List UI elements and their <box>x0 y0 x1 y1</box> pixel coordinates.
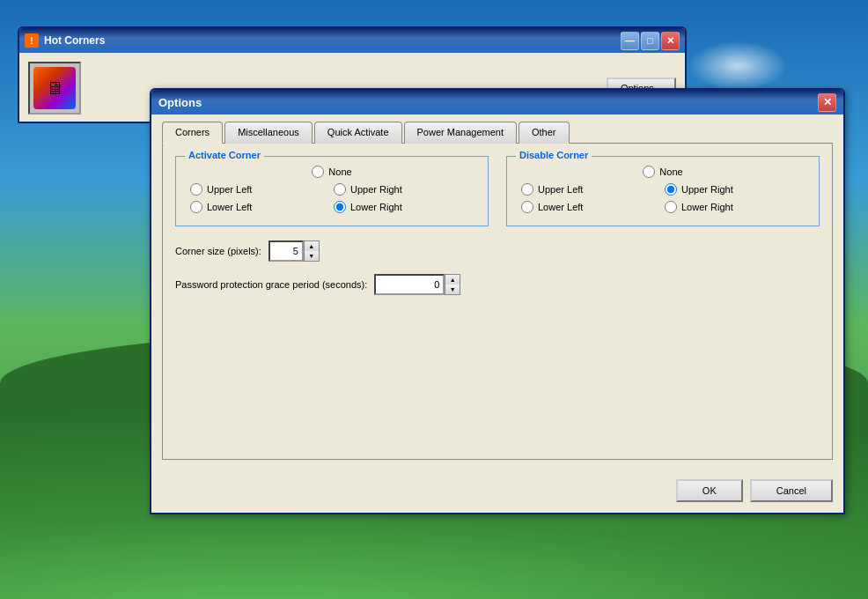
tab-miscellaneous[interactable]: Miscellaneous <box>224 122 313 144</box>
activate-corner-legend: Activate Corner <box>185 150 264 160</box>
disable-none-label[interactable]: None <box>643 166 682 178</box>
disable-lower-left-label[interactable]: Lower Left <box>521 201 661 213</box>
activate-none-row: None <box>190 166 474 178</box>
disable-upper-left-radio[interactable] <box>521 183 533 196</box>
dialog-buttons: OK Cancel <box>151 470 843 513</box>
maximize-button[interactable]: □ <box>641 32 659 50</box>
password-grace-row: Password protection grace period (second… <box>175 274 820 295</box>
disable-upper-left-text: Upper Left <box>538 184 583 195</box>
corner-size-up-button[interactable]: ▲ <box>305 241 319 251</box>
password-grace-label: Password protection grace period (second… <box>175 279 367 290</box>
disable-upper-right-text: Upper Right <box>681 184 733 195</box>
hot-corners-window-controls: — □ ✕ <box>621 32 680 50</box>
tab-corners[interactable]: Corners <box>162 122 223 144</box>
activate-corners-grid: Upper Left Upper Right Lower Left <box>190 183 474 213</box>
password-grace-spinner-buttons: ▲ ▼ <box>445 274 460 295</box>
disable-upper-right-radio[interactable] <box>665 183 677 196</box>
options-dialog-title: Options <box>158 96 818 109</box>
disable-lower-right-text: Lower Right <box>681 202 733 212</box>
hot-corners-title: Hot Corners <box>44 34 615 47</box>
corners-row: Activate Corner None Upper Left <box>175 156 820 226</box>
tab-power-management[interactable]: Power Management <box>404 122 517 144</box>
hot-corners-app-icon: ! <box>25 33 39 48</box>
ok-button[interactable]: OK <box>676 479 743 502</box>
activate-upper-right-radio[interactable] <box>334 183 346 196</box>
close-button[interactable]: ✕ <box>661 32 680 50</box>
minimize-button[interactable]: — <box>621 32 639 50</box>
activate-none-label[interactable]: None <box>312 166 351 178</box>
activate-lower-right-text: Lower Right <box>350 202 402 212</box>
activate-lower-right-label[interactable]: Lower Right <box>334 201 474 213</box>
disable-lower-right-radio[interactable] <box>665 201 677 213</box>
disable-lower-left-radio[interactable] <box>521 201 533 213</box>
password-grace-spinner: ▲ ▼ <box>374 274 460 295</box>
tab-quick-activate[interactable]: Quick Activate <box>314 122 402 144</box>
disable-lower-left-text: Lower Left <box>538 202 583 212</box>
disable-none-radio[interactable] <box>643 166 655 178</box>
activate-upper-left-radio[interactable] <box>190 183 202 196</box>
disable-upper-right-label[interactable]: Upper Right <box>665 183 805 196</box>
password-grace-down-button[interactable]: ▼ <box>445 285 460 294</box>
tab-bar: Corners Miscellaneous Quick Activate Pow… <box>162 122 833 144</box>
disable-lower-right-label[interactable]: Lower Right <box>665 201 805 213</box>
disable-corners-grid: Upper Left Upper Right Lower Left <box>521 183 805 213</box>
options-close-button[interactable]: ✕ <box>818 93 836 112</box>
activate-upper-right-label[interactable]: Upper Right <box>334 183 474 196</box>
disable-corner-group: Disable Corner None Upper Left <box>506 156 820 226</box>
options-titlebar: Options ✕ <box>151 90 843 115</box>
desktop: ! Hot Corners — □ ✕ 🖥 Options... Options… <box>0 0 868 599</box>
activate-lower-left-label[interactable]: Lower Left <box>190 201 330 213</box>
activate-lower-left-radio[interactable] <box>190 201 202 213</box>
tab-content-corners: Activate Corner None Upper Left <box>162 143 833 460</box>
options-body: Corners Miscellaneous Quick Activate Pow… <box>151 115 843 470</box>
activate-lower-left-text: Lower Left <box>207 202 252 212</box>
activate-none-radio[interactable] <box>312 166 324 178</box>
app-icon-box: 🖥 <box>28 62 81 115</box>
corner-size-spinner: ▲ ▼ <box>268 240 320 262</box>
options-dialog: Options ✕ Corners Miscellaneous Quick Ac… <box>150 88 845 514</box>
activate-upper-right-text: Upper Right <box>350 184 402 195</box>
disable-corner-legend: Disable Corner <box>516 150 592 160</box>
disable-none-text: None <box>659 166 682 177</box>
disable-none-row: None <box>521 166 805 178</box>
password-grace-input[interactable] <box>374 274 445 295</box>
corner-size-label: Corner size (pixels): <box>175 246 261 256</box>
corner-size-down-button[interactable]: ▼ <box>305 251 319 261</box>
app-icon: 🖥 <box>33 67 76 109</box>
cancel-button[interactable]: Cancel <box>750 479 833 502</box>
activate-none-text: None <box>328 166 351 177</box>
corner-size-row: Corner size (pixels): ▲ ▼ <box>175 240 820 262</box>
password-grace-up-button[interactable]: ▲ <box>445 275 460 285</box>
hot-corners-titlebar: ! Hot Corners — □ ✕ <box>19 28 685 53</box>
activate-lower-right-radio[interactable] <box>334 201 346 213</box>
corner-size-spinner-buttons: ▲ ▼ <box>304 240 320 262</box>
tab-other[interactable]: Other <box>519 122 570 144</box>
disable-upper-left-label[interactable]: Upper Left <box>521 183 661 196</box>
activate-upper-left-text: Upper Left <box>207 184 252 195</box>
corner-size-input[interactable] <box>268 240 304 262</box>
activate-upper-left-label[interactable]: Upper Left <box>190 183 330 196</box>
activate-corner-group: Activate Corner None Upper Left <box>175 156 489 226</box>
